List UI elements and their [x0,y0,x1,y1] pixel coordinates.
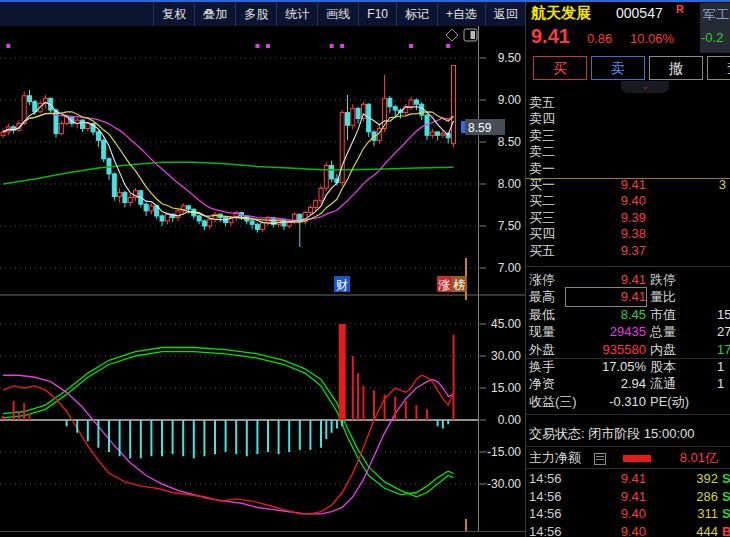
toolbar-button-叠加[interactable]: 叠加 [195,2,236,26]
buy-button[interactable]: 买 [533,56,587,80]
bid-row-1[interactable]: 买一9.413 [526,177,730,193]
candle-body [187,206,191,209]
trade-price: 9.41 [566,488,646,506]
bid-row-1-price: 9.41 [586,177,646,193]
toolbar-button-统计[interactable]: 统计 [277,2,318,26]
stat-value: 9.41 [566,288,646,305]
candle-body [356,108,360,118]
trade-row-3: 14:569.40444B [526,523,730,537]
main-force-value: 8.01亿 [646,450,718,466]
trade-side: S [722,470,730,488]
diamond-mark-icon[interactable] [446,29,458,41]
candle-body [96,132,100,140]
bid-row-5[interactable]: 买五9.37 [526,243,730,259]
toolbar-button-返回[interactable]: 返回 [486,2,527,26]
quote-panel: 航天发展 000547 R 军工 -0.2 9.41 0.86 10.06% 买… [525,0,730,537]
candle-body [160,216,164,221]
sector-quote-box[interactable]: 军工 -0.2 [700,3,730,53]
ask-row-4-label: 卖四 [529,111,555,127]
stat-label: 现量 [529,323,555,340]
toolbar-button-+自选[interactable]: +自选 [438,2,486,26]
divider [526,446,730,447]
candle-body [250,221,254,224]
indicator-axis-label: 30.00 [491,349,521,363]
stat-label: PE(动) [650,393,689,410]
ask-row-1[interactable]: 卖一 [526,161,730,177]
toolbar-button-多股[interactable]: 多股 [236,2,277,26]
candle-body [324,166,328,189]
chevron-down-icon: ⌄ [640,79,649,91]
trade-time: 14:56 [529,505,562,523]
trade-price: 9.41 [566,470,646,488]
bid-row-2[interactable]: 买二9.40 [526,193,730,209]
candle-body [176,211,180,218]
main-force-row[interactable]: 主力净额 8.01亿 [526,450,730,466]
stat-value: 270 [717,323,730,340]
stats-block: 涨停9.41跌停最高9.41量比最低8.45市值15现量29435总量270外盘… [526,271,730,410]
trade-button-row: 买卖撤查 [526,56,730,80]
event-marker-dot [266,44,270,48]
price-tag-value: 8.59 [468,121,492,135]
candle-body [144,204,148,211]
trade-side: S [722,505,730,523]
stat-value: 9.41 [566,271,646,288]
bid-row-1-vol: 3 [676,177,726,193]
toolbar-button-复权[interactable]: 复权 [154,2,195,26]
query-button[interactable]: 查 [707,56,730,80]
stat-value: 1 [717,375,724,392]
ask-row-5[interactable]: 卖五 [526,95,730,111]
bid-row-3[interactable]: 买三9.39 [526,210,730,226]
ask-row-3-label: 卖三 [529,128,555,144]
toolbar-button-F10[interactable]: F10 [359,2,397,26]
stat-row-0: 涨停9.41跌停 [526,271,730,288]
stat-label: 内盘 [650,341,676,358]
trade-price: 9.40 [566,505,646,523]
stat-value: 935580 [566,341,646,358]
candle-body [420,104,424,115]
ask-row-2[interactable]: 卖二 [526,144,730,160]
candle-body [81,120,85,128]
pane-badge-label: 涨 [438,278,451,292]
sell-button[interactable]: 卖 [591,56,645,80]
trade-price: 9.40 [566,523,646,537]
bid-row-4[interactable]: 买四9.38 [526,226,730,242]
price-axis-label: 7.00 [498,261,522,275]
candle-body [330,166,334,179]
stat-label: 最高 [529,288,555,305]
stat-row-6: 净资2.94流通1 [526,375,730,392]
ask-row-3[interactable]: 卖三 [526,128,730,144]
candle-body [351,108,355,125]
signal-big-red-bar [339,324,346,420]
ask-row-1-label: 卖一 [529,161,555,177]
pane-badge-label: 榜 [453,278,466,292]
ask-row-4[interactable]: 卖四 [526,111,730,127]
stat-label: 总量 [650,323,676,340]
bid-row-1-label: 买一 [529,177,555,193]
window-accent-line [0,0,730,2]
divider [526,358,730,359]
candle-body [165,214,169,221]
stat-value: 29435 [566,323,646,340]
candle-body [414,100,418,104]
price-change-pct: 10.06% [630,31,674,46]
bid-row-3-price: 9.39 [586,210,646,226]
candle-body [452,66,456,144]
candle-body [255,224,259,229]
price-axis-label: 9.00 [498,93,522,107]
collapse-tab[interactable]: ⌄ [621,81,669,93]
tick-trade-list[interactable]: 14:569.41392S14:569.41286S14:569.40311S1… [526,470,730,537]
toolbar-button-标记[interactable]: 标记 [397,2,438,26]
detail-list-icon[interactable] [594,453,606,465]
indicator-axis-label: 0.00 [498,413,522,427]
candle-body [86,124,90,129]
ma60-line [3,162,454,184]
event-marker-dot [330,44,334,48]
candle-body [319,188,323,201]
cancel-button[interactable]: 撤 [649,56,703,80]
candle-body [197,216,201,221]
toolbar-button-画线[interactable]: 画线 [318,2,359,26]
trade-time: 14:56 [529,488,562,506]
kline-chart[interactable]: 9.509.008.508.007.507.0045.0030.0015.000… [0,0,527,537]
trade-volume: 311 [656,505,718,523]
indicator-green-slow-line [3,348,454,497]
